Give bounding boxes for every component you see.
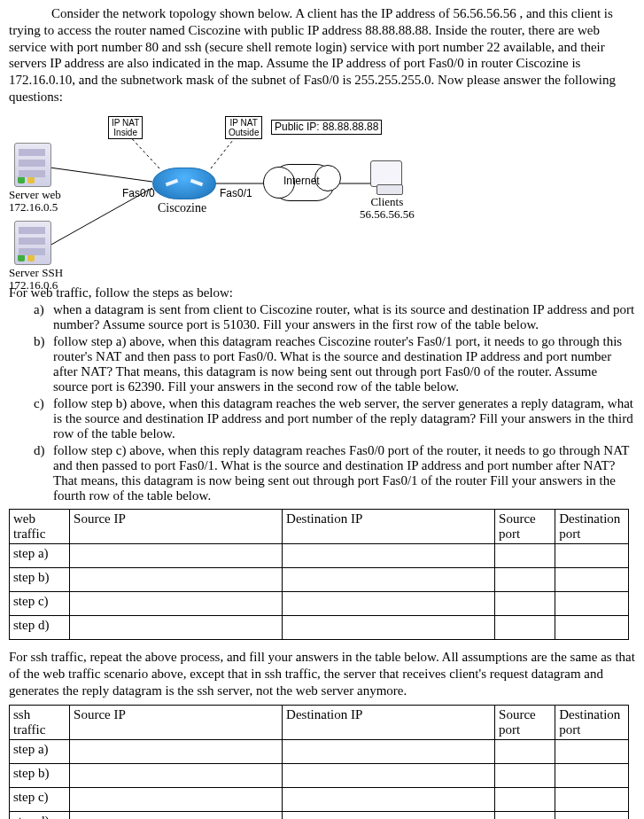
router-name-label: Ciscozine <box>158 201 206 214</box>
server-ssh-caption: Server SSH 172.16.0.6 <box>9 267 63 292</box>
nat-inside-box: IP NAT Inside <box>108 116 143 139</box>
table-row: step a) <box>10 739 629 763</box>
answer-cell[interactable] <box>495 763 555 787</box>
answer-cell[interactable] <box>555 739 629 763</box>
answer-cell[interactable] <box>70 787 283 811</box>
answer-cell[interactable] <box>70 616 283 640</box>
ssh-traffic-table: ssh traffic Source IP Destination IP Sou… <box>9 705 629 820</box>
web-traffic-table: web traffic Source IP Destination IP Sou… <box>9 509 629 640</box>
answer-cell[interactable] <box>495 739 555 763</box>
router-icon <box>152 168 216 199</box>
th-destination-port: Destination port <box>555 705 629 739</box>
th-destination-ip: Destination IP <box>283 705 495 739</box>
step-a: a) when a datagram is sent from client t… <box>34 302 635 332</box>
answer-cell[interactable] <box>495 787 555 811</box>
answer-cell[interactable] <box>283 739 495 763</box>
answer-cell[interactable] <box>70 592 283 616</box>
answer-cell[interactable] <box>70 544 283 568</box>
answer-cell[interactable] <box>555 787 629 811</box>
table-row: step d) <box>10 616 629 640</box>
network-topology-diagram: Server web 172.16.0.5 Server SSH 172.16.… <box>9 113 416 281</box>
step-b: b) follow step a) above, when this datag… <box>34 334 635 394</box>
answer-cell[interactable] <box>283 544 495 568</box>
step-d: d) follow step c) above, when this reply… <box>34 443 635 503</box>
ssh-table-corner: ssh traffic <box>10 705 70 739</box>
answer-cell[interactable] <box>283 616 495 640</box>
answer-cell[interactable] <box>495 616 555 640</box>
th-source-port: Source port <box>495 705 555 739</box>
web-table-corner: web traffic <box>10 510 70 544</box>
server-ssh-icon <box>14 221 51 265</box>
answer-cell[interactable] <box>555 544 629 568</box>
answer-cell[interactable] <box>495 568 555 592</box>
answer-cell[interactable] <box>555 763 629 787</box>
answer-cell[interactable] <box>495 811 555 819</box>
table-row: step a) <box>10 544 629 568</box>
topology-lines <box>9 113 416 281</box>
fas00-label: Fas0/0 <box>122 187 155 199</box>
server-web-caption: Server web 172.16.0.5 <box>9 189 61 214</box>
table-row: step b) <box>10 763 629 787</box>
answer-cell[interactable] <box>70 811 283 819</box>
answer-cell[interactable] <box>555 811 629 819</box>
th-source-ip: Source IP <box>70 510 283 544</box>
public-ip-box: Public IP: 88.88.88.88 <box>271 120 382 135</box>
client-caption: Clients 56.56.56.56 <box>360 196 415 222</box>
answer-cell[interactable] <box>495 592 555 616</box>
th-source-ip: Source IP <box>70 705 283 739</box>
answer-cell[interactable] <box>70 568 283 592</box>
svg-line-0 <box>50 168 152 182</box>
answer-cell[interactable] <box>495 544 555 568</box>
table-row: step c) <box>10 787 629 811</box>
answer-cell[interactable] <box>283 763 495 787</box>
web-traffic-heading: For web traffic, follow the steps as bel… <box>9 285 635 301</box>
table-row: step b) <box>10 568 629 592</box>
nat-outside-box: IP NAT Outside <box>225 116 262 139</box>
steps-list: a) when a datagram is sent from client t… <box>34 302 635 503</box>
th-destination-ip: Destination IP <box>283 510 495 544</box>
answer-cell[interactable] <box>70 739 283 763</box>
answer-cell[interactable] <box>283 568 495 592</box>
ssh-intro-paragraph: For ssh traffic, repeat the above proces… <box>9 649 635 698</box>
answer-cell[interactable] <box>555 592 629 616</box>
table-row: step c) <box>10 592 629 616</box>
answer-cell[interactable] <box>283 787 495 811</box>
answer-cell[interactable] <box>283 592 495 616</box>
client-pc-icon <box>370 160 402 187</box>
th-source-port: Source port <box>495 510 555 544</box>
fas01-label: Fas0/1 <box>220 187 252 199</box>
th-destination-port: Destination port <box>555 510 629 544</box>
table-row: step d) <box>10 811 629 819</box>
server-web-icon <box>14 143 51 187</box>
step-c: c) follow step b) above, when this datag… <box>34 396 635 441</box>
answer-cell[interactable] <box>555 616 629 640</box>
answer-cell[interactable] <box>555 568 629 592</box>
answer-cell[interactable] <box>70 763 283 787</box>
answer-cell[interactable] <box>283 811 495 819</box>
internet-label: Internet <box>283 175 320 187</box>
intro-paragraph: Consider the network topology shown belo… <box>9 5 635 105</box>
